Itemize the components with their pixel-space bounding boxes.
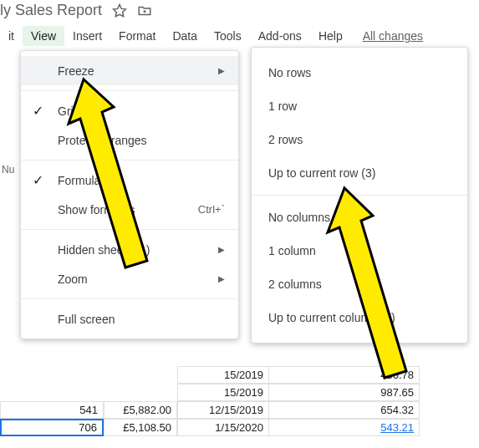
menu-full-screen-label: Full screen — [58, 313, 115, 326]
title-bar: ly Sales Report — [0, 0, 479, 21]
menu-hidden-sheets-label: Hidden sheets (1) — [58, 243, 150, 257]
freeze-1-row[interactable]: 1 row — [252, 89, 467, 123]
star-icon[interactable] — [112, 3, 127, 18]
menu-formula-bar[interactable]: ✓ Formula bar — [21, 165, 238, 195]
menu-freeze[interactable]: Freeze ▶ — [21, 56, 238, 85]
menu-edit-partial[interactable]: it — [0, 26, 23, 46]
svg-marker-0 — [114, 4, 126, 16]
cell-b[interactable]: £5,108.50 — [104, 419, 177, 436]
column-header-partial: Nu — [0, 164, 14, 176]
cell-date[interactable]: 1/15/2020 — [177, 419, 269, 436]
separator — [21, 90, 238, 91]
freeze-2-columns[interactable]: 2 columns — [252, 267, 467, 301]
menu-data[interactable]: Data — [164, 26, 206, 46]
cell-a[interactable]: 541 — [0, 401, 104, 419]
menu-view[interactable]: View — [23, 26, 64, 46]
menu-hidden-sheets[interactable]: Hidden sheets (1) ▶ — [21, 235, 238, 264]
freeze-no-columns[interactable]: No columns — [252, 201, 467, 234]
menu-insert[interactable]: Insert — [64, 26, 110, 46]
table-row[interactable]: 15/2019 987.65 — [0, 384, 479, 401]
cell-value: 987.65 — [269, 384, 420, 401]
view-dropdown: Freeze ▶ ✓ Gridlines Protected ranges ✓ … — [20, 50, 239, 339]
menu-zoom-label: Zoom — [58, 272, 88, 286]
freeze-up-to-column[interactable]: Up to current column (F) — [252, 301, 467, 334]
menu-gridlines[interactable]: ✓ Gridlines — [21, 96, 238, 125]
cell-date[interactable]: 15/2019 — [177, 384, 269, 401]
chevron-right-icon: ▶ — [218, 66, 225, 75]
menu-full-screen[interactable]: Full screen — [21, 304, 238, 333]
check-icon: ✓ — [33, 172, 43, 188]
menu-show-formulas-label: Show formulas — [58, 203, 135, 216]
table-row[interactable]: 541 £5,882.00 12/15/2019 654.32 — [0, 401, 479, 419]
separator — [252, 195, 467, 196]
menu-freeze-label: Freeze — [58, 64, 94, 78]
cell-b[interactable]: £5,882.00 — [104, 401, 177, 419]
document-title[interactable]: ly Sales Report — [0, 2, 102, 19]
chevron-right-icon: ▶ — [218, 274, 225, 283]
cell-date[interactable]: 15/2019 — [177, 366, 269, 384]
menu-show-formulas[interactable]: Show formulas Ctrl+` — [21, 195, 238, 224]
separator — [21, 229, 238, 230]
cell-a-selected[interactable]: 706 — [0, 419, 104, 436]
menu-addons[interactable]: Add-ons — [250, 26, 310, 46]
move-folder-icon[interactable] — [137, 3, 152, 18]
freeze-submenu: No rows 1 row 2 rows Up to current row (… — [251, 47, 468, 344]
check-icon: ✓ — [33, 103, 43, 119]
menu-gridlines-label: Gridlines — [58, 104, 104, 118]
freeze-2-rows[interactable]: 2 rows — [252, 123, 467, 156]
menu-formula-bar-label: Formula bar — [58, 174, 120, 187]
table-row[interactable]: 15/2019 456.78 — [0, 366, 479, 384]
shortcut-label: Ctrl+` — [198, 203, 225, 216]
separator — [21, 298, 238, 299]
table-row[interactable]: 706 £5,108.50 1/15/2020 543.21 — [0, 419, 479, 436]
cell-date[interactable]: 12/15/2019 — [177, 401, 269, 419]
spreadsheet-grid: 15/2019 456.78 15/2019 987.65 541 £5,882… — [0, 366, 479, 436]
menu-all-changes-link[interactable]: All changes — [358, 26, 428, 46]
menu-protected-label: Protected ranges — [58, 134, 147, 147]
menu-protected-ranges[interactable]: Protected ranges — [21, 125, 238, 155]
cell-value: 654.32 — [269, 401, 420, 419]
chevron-right-icon: ▶ — [218, 245, 225, 254]
menu-format[interactable]: Format — [110, 26, 164, 46]
separator — [21, 160, 238, 160]
cell-value: 456.78 — [269, 366, 420, 384]
freeze-up-to-row[interactable]: Up to current row (3) — [252, 156, 467, 190]
menu-zoom[interactable]: Zoom ▶ — [21, 264, 238, 293]
menu-help[interactable]: Help — [310, 26, 351, 46]
menu-tools[interactable]: Tools — [206, 26, 250, 46]
cell-link[interactable]: 543.21 — [380, 421, 414, 434]
freeze-1-column[interactable]: 1 column — [252, 234, 467, 267]
freeze-no-rows[interactable]: No rows — [252, 56, 467, 89]
